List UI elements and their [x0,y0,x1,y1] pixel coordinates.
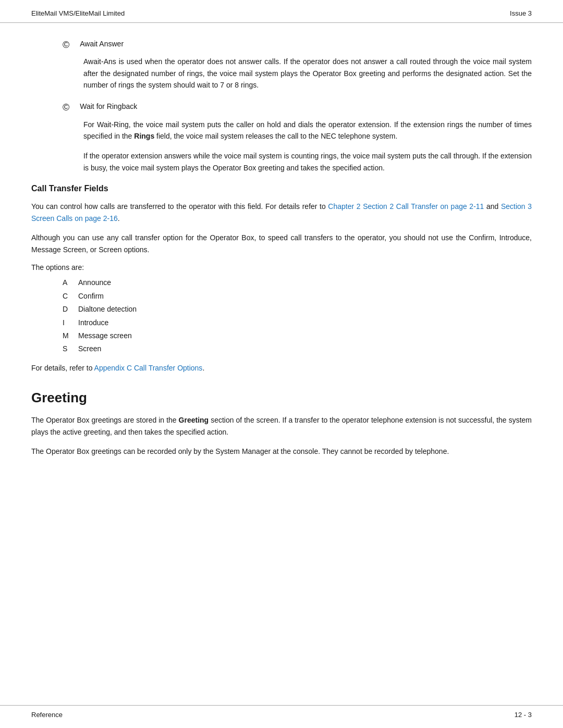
call-transfer-heading: Call Transfer Fields [31,184,532,193]
option-letter-s: S [63,343,78,354]
option-row-s: S Screen [63,343,532,354]
appendix-reference: For details, refer to Appendix C Call Tr… [31,362,532,374]
ct-para1-part1: You can control how calls are transferre… [31,202,328,211]
bullet-description-ringback2: If the operator extension answers while … [83,150,532,174]
call-transfer-paragraph1: You can control how calls are transferre… [31,201,532,225]
greeting-heading: Greeting [31,390,532,406]
appendix-prefix: For details, refer to [31,364,94,372]
greeting-paragraph2: The Operator Box greetings can be record… [31,446,532,458]
bullet-symbol-await: © [63,39,69,52]
greeting-para1-part1: The Operator Box greetings are stored in… [31,416,179,424]
bullet-symbol-ringback: © [63,101,69,114]
bullet-description-await: Await-Ans is used when the operator does… [83,56,532,91]
bullet-section-ringback: © Wait for Ringback For Wait-Ring, the v… [31,101,532,174]
call-transfer-paragraph2: Although you can use any call transfer o… [31,232,532,256]
option-row-d: D Dialtone detection [63,303,532,315]
page-header: EliteMail VMS/EliteMail Limited Issue 3 [0,0,563,23]
option-text-a: Announce [78,277,111,288]
footer-left: Reference [31,711,63,719]
page-footer: Reference 12 - 3 [0,705,563,728]
option-row-m: M Message screen [63,330,532,341]
option-text-i: Introduce [78,317,108,328]
options-label: The options are: [31,263,532,272]
bullet-item-await: © Await Answer [31,39,532,52]
option-row-a: A Announce [63,277,532,288]
option-text-s: Screen [78,343,101,354]
header-left: EliteMail VMS/EliteMail Limited [31,9,125,17]
option-letter-m: M [63,330,78,341]
option-letter-c: C [63,290,78,302]
bullet-label-await: Await Answer [80,39,124,50]
ct-para1-middle: and [484,202,501,211]
appendix-suffix: . [202,364,204,372]
bullet-item-ringback: © Wait for Ringback [31,101,532,114]
option-letter-i: I [63,317,78,328]
ct-link1[interactable]: Chapter 2 Section 2 Call Transfer on pag… [328,202,484,211]
option-letter-a: A [63,277,78,288]
header-right: Issue 3 [510,9,532,17]
page-content: © Await Answer Await-Ans is used when th… [0,23,563,705]
rings-bold: Rings [134,132,154,140]
footer-right: 12 - 3 [515,711,532,719]
option-row-c: C Confirm [63,290,532,302]
bullet-section-await: © Await Answer Await-Ans is used when th… [31,39,532,91]
bullet-description-ringback1: For Wait-Ring, the voice mail system put… [83,119,532,142]
option-row-i: I Introduce [63,317,532,328]
option-text-m: Message screen [78,330,132,341]
greeting-bold: Greeting [179,416,209,424]
appendix-link[interactable]: Appendix C Call Transfer Options [94,364,203,372]
greeting-paragraph1: The Operator Box greetings are stored in… [31,414,532,438]
option-letter-d: D [63,303,78,315]
option-text-d: Dialtone detection [78,303,137,315]
bullet-label-ringback: Wait for Ringback [80,101,137,112]
ct-para1-end: . [118,214,120,223]
option-text-c: Confirm [78,290,104,302]
options-list: A Announce C Confirm D Dialtone detectio… [63,277,532,354]
ringback-text-part2: field, the voice mail system releases th… [154,132,397,140]
page-container: EliteMail VMS/EliteMail Limited Issue 3 … [0,0,563,728]
